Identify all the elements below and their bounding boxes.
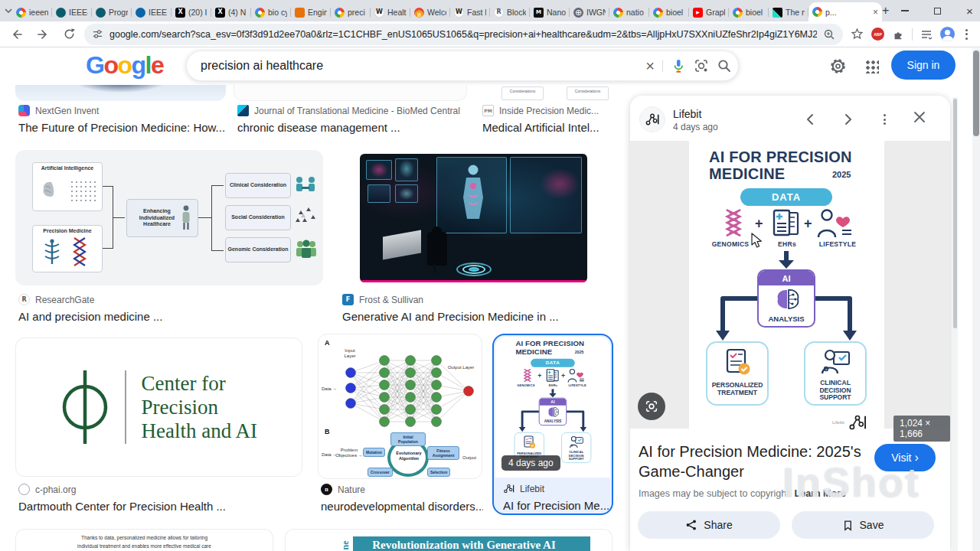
result-image-nature[interactable]: A Input Layer Data Output Layer B Data P…	[318, 334, 482, 479]
search-input[interactable]: precision ai healthcare	[201, 59, 638, 73]
result-image-researchgate[interactable]: Artificial Intelligence Precision Medici…	[15, 150, 323, 285]
browser-tab[interactable]: (4) N	[211, 3, 251, 21]
lifebit-logo-icon	[848, 412, 867, 432]
zoom-icon[interactable]	[823, 28, 835, 41]
tab-search-button[interactable]	[5, 2, 12, 19]
cropped-result-banner-card[interactable]: ne Revolutionization with Generative AI	[285, 529, 612, 551]
browser-tab[interactable]: (20) I	[172, 3, 211, 21]
reading-list-icon[interactable]	[920, 28, 933, 41]
result-source[interactable]: Journal of Translational Medicine - BioM…	[237, 104, 473, 117]
profile-avatar[interactable]	[940, 27, 955, 41]
cropped-image-fragment[interactable]	[15, 85, 226, 101]
genomics-label: GENOMICS	[511, 383, 541, 387]
panel-scrollbar-thumb[interactable]	[953, 99, 957, 328]
active-tab[interactable]: p...	[808, 2, 882, 21]
banner-title: Revolutionization with Generative AI	[338, 539, 590, 551]
extensions-puzzle-icon[interactable]	[892, 28, 904, 41]
result-source[interactable]: NextGen Invent	[18, 104, 231, 117]
clear-search-icon[interactable]	[645, 57, 655, 75]
browser-tab[interactable]: Fast H	[450, 3, 490, 21]
result-image-frost-sullivan[interactable]	[360, 154, 587, 282]
mic-icon[interactable]	[671, 58, 686, 73]
result-title[interactable]: AI and precision medicine ...	[18, 310, 317, 323]
result-title[interactable]: AI for Precision Me...	[503, 499, 610, 512]
next-image-button[interactable]	[837, 109, 858, 130]
settings-gear-icon[interactable]	[829, 57, 847, 78]
result-source[interactable]: Frost & Sullivan	[342, 293, 610, 306]
browser-tab[interactable]: The n	[769, 3, 808, 21]
result-source[interactable]: Nature	[321, 483, 483, 496]
browser-tab[interactable]: preci	[331, 3, 371, 21]
cropped-result-text-card[interactable]: Thanks to data, personalized medicine al…	[15, 529, 273, 551]
lens-camera-icon[interactable]	[694, 58, 709, 73]
image-letterbox-right	[884, 141, 950, 429]
lens-search-button[interactable]	[638, 393, 665, 420]
browser-tab[interactable]: natio	[609, 3, 649, 21]
browser-tab[interactable]: Welco	[410, 3, 450, 21]
browser-tab[interactable]: IEEE-N	[52, 3, 92, 21]
url-bar[interactable]: google.com/search?sca_esv=0f3f3d91d2ee70…	[84, 24, 843, 45]
browser-menu-icon[interactable]	[962, 29, 971, 40]
browser-tab[interactable]: bioel	[649, 3, 689, 21]
result-image-cphai[interactable]: Center for Precision Health and AI	[15, 337, 302, 477]
visit-button[interactable]: Visit	[874, 444, 936, 471]
cropped-image-fragment[interactable]	[234, 85, 467, 101]
adblock-extension-icon[interactable]	[871, 28, 884, 41]
google-logo[interactable]: Google	[86, 53, 163, 77]
close-window-button[interactable]	[953, 0, 980, 21]
back-button[interactable]	[6, 24, 28, 45]
cropped-image-fragment[interactable]: Considerations Considerations	[481, 85, 628, 101]
panel-source[interactable]: Lifebit 4 days ago	[673, 108, 718, 132]
browser-tab[interactable]: Block	[490, 3, 530, 21]
browser-tab[interactable]: IWGN	[570, 3, 609, 21]
panel-menu-icon[interactable]	[874, 109, 895, 130]
restore-button[interactable]	[921, 0, 953, 21]
diagram-label: Problem Objectives	[335, 448, 363, 458]
forward-button[interactable]	[32, 24, 54, 45]
new-tab-button[interactable]	[882, 2, 889, 20]
save-button[interactable]: Save	[792, 511, 934, 539]
minimize-button[interactable]	[889, 0, 921, 21]
result-title[interactable]: chronic disease management ...	[237, 121, 473, 134]
ai-precision-medicine-infographic: AI FOR PRECISION MEDICINE 2025 DATA + + …	[689, 142, 884, 427]
result-title[interactable]: neurodevelopmental disorders...	[321, 500, 483, 513]
result-source[interactable]: Lifebit	[503, 482, 610, 495]
tab-close-icon[interactable]	[873, 8, 878, 17]
bookmark-star-icon[interactable]	[851, 28, 864, 41]
result-title[interactable]: Medical Artificial Intel...	[482, 121, 624, 134]
result-source[interactable]: Inside Precision Medic...	[482, 104, 624, 117]
selected-result-card[interactable]: AI FOR PRECISION MEDICINE 2025 DATA + + …	[492, 334, 613, 515]
browser-tab[interactable]: Nano	[530, 3, 570, 21]
browser-tab[interactable]: IEEE N	[132, 3, 172, 21]
result-source[interactable]: ResearchGate	[18, 293, 317, 306]
image-title[interactable]: AI for Precision Medicine: 2025's Game-C…	[639, 442, 874, 481]
browser-tab[interactable]: bioel	[729, 3, 769, 21]
browser-tab[interactable]: bio cy	[251, 3, 291, 21]
diagram-box: Initial Population	[390, 432, 426, 446]
result-title[interactable]: Dartmouth Center for Precision Health ..…	[18, 500, 302, 513]
source-avatar[interactable]	[639, 106, 665, 132]
result-source[interactable]: c-phai.org	[18, 483, 302, 496]
page-scrollbar-thumb[interactable]	[973, 51, 979, 136]
result-title[interactable]: The Future of Precision Medicine: How...	[18, 121, 231, 134]
result-title[interactable]: Generative AI and Precision Medicine in …	[342, 310, 610, 323]
diagram-box: Clinical Consideration	[225, 173, 291, 198]
browser-tab[interactable]: ieeen	[12, 3, 52, 21]
connector-line	[198, 217, 211, 218]
browser-tab[interactable]: Progr	[92, 3, 132, 21]
sign-in-button[interactable]: Sign in	[891, 51, 956, 80]
dna-icon	[70, 236, 90, 267]
search-icon[interactable]	[717, 58, 732, 73]
lifestyle-person-icon	[567, 368, 585, 383]
browser-tab[interactable]: Engin	[291, 3, 331, 21]
share-button[interactable]: Share	[638, 511, 780, 539]
browser-tab[interactable]: Graph	[689, 3, 729, 21]
refresh-button[interactable]	[58, 24, 80, 45]
learn-more-link[interactable]: Learn More	[795, 488, 846, 499]
browser-tab[interactable]: Healt	[371, 3, 410, 21]
main-image[interactable]: AI FOR PRECISION MEDICINE 2025 DATA + + …	[689, 141, 884, 429]
teal-favicon	[96, 8, 106, 18]
previous-image-button[interactable]	[800, 109, 822, 130]
panel-close-icon[interactable]	[909, 106, 930, 128]
google-apps-icon[interactable]	[864, 59, 879, 73]
